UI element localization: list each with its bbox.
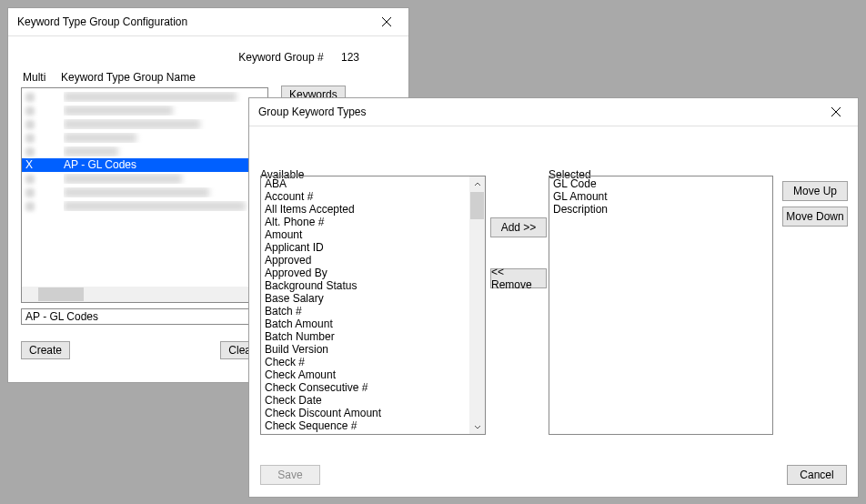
group-row[interactable] [22,104,267,117]
scrollbar-thumb[interactable] [38,287,84,301]
group-list[interactable]: XAP - GL Codes [21,87,268,303]
window-title: Keyword Type Group Configuration [17,15,370,28]
titlebar[interactable]: Keyword Type Group Configuration [8,8,408,36]
group-row-multi [25,175,64,184]
group-row-multi [25,106,64,116]
group-row-name [64,133,267,143]
available-item[interactable]: Amount [265,228,466,241]
move-up-button[interactable]: Move Up [782,181,848,201]
group-row[interactable] [22,172,267,186]
cancel-button[interactable]: Cancel [787,465,847,485]
available-item[interactable]: Approved By [265,267,466,279]
group-row[interactable] [22,186,267,199]
group-row-multi [25,93,64,102]
keyword-group-number-label: Keyword Group # [238,51,323,64]
close-icon[interactable] [370,10,403,34]
available-item[interactable]: Approved [265,254,466,267]
selected-listbox[interactable]: GL CodeGL AmountDescription [549,176,773,435]
keyword-group-number-value: 123 [341,51,359,64]
group-row[interactable]: XAP - GL Codes [22,158,267,172]
available-item[interactable]: Check # [265,356,466,368]
group-row-multi [25,188,64,197]
available-listbox[interactable]: ABAAccount #All Items AcceptedAlt. Phone… [260,176,486,435]
available-item[interactable]: Check Amount [265,368,466,381]
available-item[interactable]: Build Version [265,343,466,356]
group-row-name [64,146,267,156]
selected-item[interactable]: Description [553,203,769,216]
group-keyword-types-window: Group Keyword Types Available ABAAccount… [248,97,859,498]
group-row-multi: X [25,158,64,172]
titlebar[interactable]: Group Keyword Types [249,98,858,126]
add-button[interactable]: Add >> [490,217,547,237]
available-item[interactable]: Applicant ID [265,241,466,254]
move-down-button[interactable]: Move Down [782,207,848,227]
available-list-inner: ABAAccount #All Items AcceptedAlt. Phone… [261,176,469,434]
group-row-multi [25,202,64,211]
scroll-up-icon[interactable] [469,176,485,192]
available-item[interactable]: Check Discount Amount [265,407,466,419]
available-item[interactable]: Batch # [265,305,466,318]
available-item[interactable]: Base Salary [265,292,466,305]
available-item[interactable]: Batch Number [265,330,466,343]
available-item[interactable]: Background Status [265,279,466,292]
scrollbar-thumb[interactable] [470,192,484,219]
group-row[interactable] [22,90,267,104]
group-row-name [64,174,267,184]
available-item[interactable]: Batch Amount [265,318,466,330]
available-item[interactable]: All Items Accepted [265,203,466,216]
group-row-name [64,106,267,116]
group-row[interactable] [22,117,267,131]
column-multi: Multi [23,71,61,84]
available-item[interactable]: Alt. Phone # [265,216,466,228]
group-list-inner: XAP - GL Codes [22,88,267,213]
selected-item[interactable]: GL Amount [553,190,769,203]
group-row-name [64,119,267,129]
group-row[interactable] [22,199,267,213]
available-item[interactable]: Check Consecutive # [265,381,466,394]
available-item[interactable]: Check Serial # [265,432,466,434]
group-row-name [64,201,267,211]
group-row[interactable] [22,145,267,158]
group-row[interactable] [22,131,267,145]
group-row-name: AP - GL Codes [64,158,267,172]
keyword-group-number-row: Keyword Group # 123 [21,44,396,71]
scroll-down-icon[interactable] [469,418,485,434]
window-body: Available ABAAccount #All Items Accepted… [249,126,858,498]
close-icon[interactable] [820,100,852,124]
window-title: Group Keyword Types [258,106,820,118]
selected-item[interactable]: GL Code [553,177,769,190]
column-name: Keyword Type Group Name [61,71,396,84]
group-row-name [64,187,267,197]
vertical-scrollbar[interactable] [469,176,485,434]
group-row-multi [25,147,64,156]
available-item[interactable]: Account # [265,190,466,203]
group-row-multi [25,120,64,129]
available-item[interactable]: Check Date [265,394,466,407]
create-button[interactable]: Create [21,341,70,359]
horizontal-scrollbar[interactable] [22,287,267,302]
group-row-multi [25,134,64,143]
available-item[interactable]: ABA [265,177,466,190]
remove-button[interactable]: << Remove [490,268,547,288]
group-row-name [64,92,267,102]
available-item[interactable]: Check Sequence # [265,419,466,432]
save-button[interactable]: Save [260,465,320,485]
